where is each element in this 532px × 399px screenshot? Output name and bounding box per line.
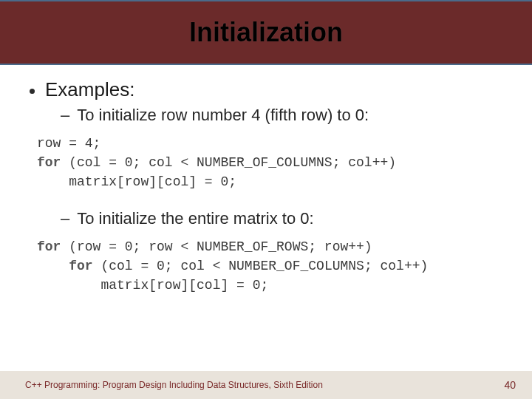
bullet-l1-text: Examples: (45, 78, 134, 101)
slide: Initialization Examples: – To initialize… (0, 0, 532, 399)
bullet-dash-icon: – (61, 106, 69, 125)
footer-band: C++ Programming: Program Design Includin… (0, 371, 532, 399)
code2-line2-indent (37, 259, 69, 273)
code-snippet-1: row = 4; for (col = 0; col < NUMBER_OF_C… (37, 134, 516, 191)
bullet-level2: – To initialize row number 4 (fifth row)… (16, 106, 516, 125)
bullet-l2-text-1: To initialize row number 4 (fifth row) t… (77, 106, 369, 125)
page-number: 40 (504, 379, 516, 391)
bullet-level1: Examples: (16, 78, 516, 101)
bullet-level2: – To initialize the entire matrix to 0: (16, 209, 516, 228)
code2-line2: (col = 0; col < NUMBER_OF_COLUMNS; col++… (93, 259, 429, 273)
code1-line3: matrix[row][col] = 0; (37, 174, 236, 189)
bullet-dot-icon (30, 89, 35, 94)
code2-line3: matrix[row][col] = 0; (37, 278, 268, 293)
title-band: Initialization (0, 0, 532, 65)
bullet-dash-icon: – (61, 209, 69, 228)
code2-keyword-for-inner: for (69, 259, 92, 273)
code1-line2: (col = 0; col < NUMBER_OF_COLUMNS; col++… (61, 155, 396, 170)
code2-keyword-for-outer: for (37, 239, 61, 254)
code1-line1: row = 4; (37, 136, 100, 151)
code2-line1: (row = 0; row < NUMBER_OF_ROWS; row++) (61, 239, 372, 254)
footer-text: C++ Programming: Program Design Includin… (25, 380, 323, 390)
bullet-l2-text-2: To initialize the entire matrix to 0: (77, 209, 313, 228)
slide-title: Initialization (189, 17, 343, 48)
code1-keyword-for: for (37, 155, 61, 170)
code-snippet-2: for (row = 0; row < NUMBER_OF_ROWS; row+… (37, 237, 516, 295)
slide-body: Examples: – To initialize row number 4 (… (0, 65, 532, 296)
